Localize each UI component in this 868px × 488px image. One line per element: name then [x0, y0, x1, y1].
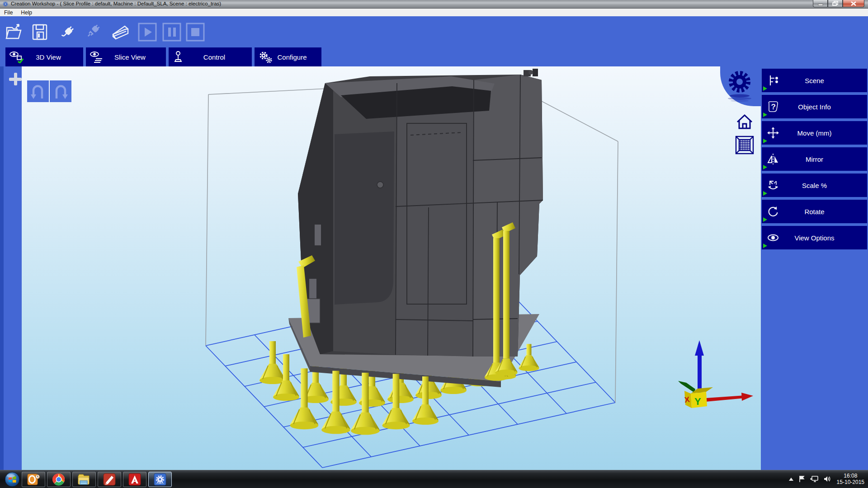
- viewport[interactable]: X Y: [22, 66, 761, 470]
- restore-icon: [832, 1, 838, 6]
- 3d-scene: X Y: [22, 66, 761, 470]
- stop-button[interactable]: [184, 21, 206, 43]
- scale-icon: [767, 179, 779, 191]
- left-tool-strip: [0, 66, 22, 470]
- disconnect-printer-button[interactable]: [81, 21, 103, 43]
- axis-y-label: Y: [694, 396, 701, 407]
- sidebar-button-label: Object Info: [798, 103, 831, 111]
- taskbar-app-outlook[interactable]: [22, 472, 45, 487]
- sidebar-button-object-info[interactable]: ? Object Info: [762, 95, 867, 118]
- close-icon: [851, 1, 856, 6]
- expand-marker-icon: [763, 191, 767, 196]
- windows-start-icon: [5, 472, 20, 487]
- sketchup-icon: [103, 473, 116, 486]
- show-hidden-icons[interactable]: [788, 477, 794, 481]
- plug-disconnect-icon: [82, 22, 102, 42]
- sidebar-button-scale[interactable]: Scale %: [762, 174, 867, 197]
- expand-marker-icon: [763, 217, 767, 222]
- folder-icon: [77, 474, 91, 485]
- home-icon: [736, 113, 754, 130]
- expand-marker-icon: [763, 165, 767, 169]
- eye-3d-icon: [9, 51, 24, 63]
- move-arrows-icon: [767, 127, 779, 139]
- add-object-icon[interactable]: [9, 73, 22, 85]
- floppy-disk-icon: [30, 22, 50, 42]
- sidebar-button-label: Mirror: [806, 155, 823, 163]
- gears-icon: [258, 51, 274, 64]
- pause-button[interactable]: [161, 21, 183, 43]
- tab-bar: 3D View Slice View Control Configure: [0, 47, 868, 66]
- menu-help[interactable]: Help: [17, 9, 36, 16]
- taskbar-app-sketchup[interactable]: [98, 472, 121, 487]
- open-file-button[interactable]: [3, 21, 24, 43]
- tool-sidebar: Scene ? Object Info Move (mm) Mirror: [761, 66, 868, 470]
- redo-button[interactable]: [50, 80, 71, 102]
- stop-icon: [185, 22, 205, 42]
- taskbar-app-file-explorer[interactable]: [72, 472, 96, 487]
- joystick-icon: [172, 51, 186, 63]
- sidebar-button-label: View Options: [794, 234, 834, 242]
- undo-icon: [29, 82, 47, 100]
- toolbar: [0, 16, 868, 47]
- creation-workshop-icon: [154, 473, 166, 486]
- brand-gear-flap: [720, 66, 761, 106]
- play-button[interactable]: [137, 21, 158, 43]
- sidebar-button-label: Scale %: [802, 182, 827, 189]
- mirror-icon: [767, 153, 779, 165]
- chrome-icon: [52, 473, 65, 486]
- menu-bar: File Help: [0, 9, 868, 16]
- expand-marker-icon: [763, 244, 767, 248]
- sidebar-button-rotate[interactable]: Rotate: [762, 200, 867, 223]
- play-icon: [137, 22, 157, 42]
- outlook-icon: [27, 473, 40, 486]
- object-info-icon: ?: [767, 101, 779, 113]
- adobe-reader-icon: [128, 473, 141, 486]
- expand-marker-icon: [763, 113, 767, 117]
- open-folder-icon: [4, 22, 24, 42]
- minimize-button[interactable]: [813, 0, 828, 7]
- minimize-icon: [818, 1, 823, 6]
- undo-button[interactable]: [27, 80, 49, 102]
- scene-tree-icon: [767, 75, 779, 86]
- svg-text:?: ?: [771, 103, 776, 111]
- window-title: Creation Workshop - ( Slice Profile : de…: [11, 1, 221, 6]
- sidebar-button-move[interactable]: Move (mm): [762, 121, 867, 145]
- taskbar-app-adobe-reader[interactable]: [123, 472, 146, 487]
- platform-view-button[interactable]: [735, 135, 755, 155]
- home-view-button[interactable]: [735, 112, 755, 131]
- network-icon[interactable]: [810, 475, 819, 483]
- action-center-flag-icon[interactable]: [798, 475, 805, 483]
- eye-layers-icon: [90, 51, 105, 63]
- tab-3d-view[interactable]: 3D View: [5, 47, 83, 66]
- taskbar-app-creation-workshop[interactable]: [148, 472, 172, 487]
- tab-control[interactable]: Control: [169, 47, 252, 66]
- platform-grid-icon: [735, 135, 755, 155]
- eye-icon: [767, 232, 779, 244]
- volume-icon[interactable]: [823, 475, 831, 483]
- taskbar-app-chrome[interactable]: [47, 472, 71, 487]
- restore-button[interactable]: [828, 0, 843, 7]
- cake-slice-icon: [110, 22, 131, 42]
- slice-button[interactable]: [109, 21, 131, 43]
- tab-slice-view[interactable]: Slice View: [86, 47, 166, 66]
- tab-configure[interactable]: Configure: [255, 47, 321, 66]
- app-gear-icon: [2, 1, 9, 7]
- axis-indicator: X Y: [678, 340, 753, 408]
- sidebar-button-view-options[interactable]: View Options: [762, 226, 867, 249]
- connect-printer-button[interactable]: [57, 21, 79, 43]
- clock[interactable]: 16:08 15-10-2015: [837, 473, 864, 485]
- gear-logo-icon: [726, 68, 754, 103]
- close-button[interactable]: [843, 0, 864, 7]
- sidebar-button-mirror[interactable]: Mirror: [762, 147, 867, 171]
- rotate-icon: [767, 206, 779, 217]
- start-button[interactable]: [4, 471, 21, 488]
- sidebar-button-label: Rotate: [804, 208, 824, 216]
- menu-file[interactable]: File: [0, 9, 17, 16]
- expand-marker-icon: [763, 139, 767, 143]
- taskbar: [0, 470, 868, 488]
- sidebar-button-label: Move (mm): [797, 129, 832, 137]
- tray-date: 15-10-2015: [837, 479, 864, 485]
- save-button[interactable]: [29, 21, 51, 43]
- sidebar-button-scene[interactable]: Scene: [762, 69, 867, 92]
- plug-connect-icon: [58, 22, 78, 42]
